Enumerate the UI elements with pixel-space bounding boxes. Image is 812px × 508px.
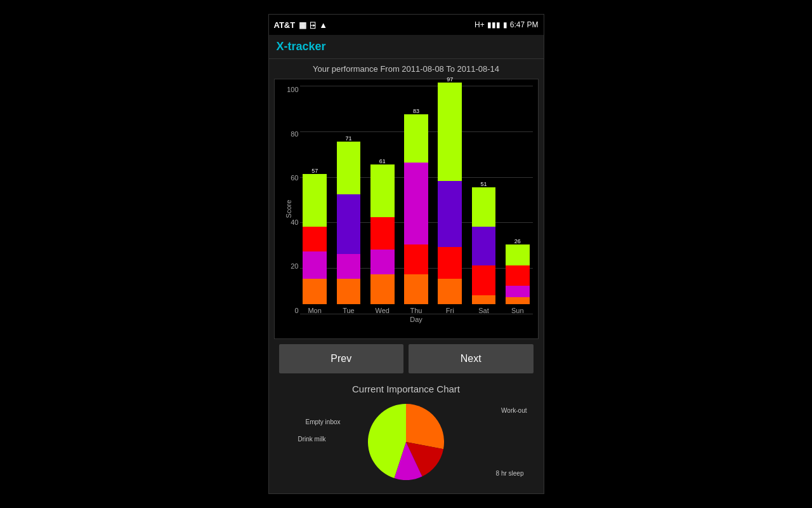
bar-segment bbox=[370, 164, 395, 217]
day-label-mon: Mon bbox=[308, 307, 321, 314]
bar-total-label: 71 bbox=[334, 135, 363, 142]
app-title: X-tracker bbox=[277, 40, 326, 53]
bar-segment bbox=[337, 194, 361, 254]
bar-segment bbox=[506, 297, 530, 304]
android-icon: ▲ bbox=[319, 20, 327, 30]
bar-total-label: 61 bbox=[367, 158, 397, 164]
day-label-thu: Thu bbox=[410, 307, 422, 314]
label-8hrsleep: 8 hr sleep bbox=[496, 470, 524, 477]
bar-segment bbox=[404, 114, 428, 163]
bar-total-label: 83 bbox=[401, 108, 431, 114]
status-bar: AT&T ▦ ⍈ ▲ H+ ▮▮▮ ▮ 6:47 PM bbox=[269, 15, 544, 35]
day-label-fri: Fri bbox=[446, 307, 454, 314]
bar-segment bbox=[337, 279, 361, 304]
x-axis-label: Day bbox=[300, 316, 533, 323]
content-area: Your performance From 2011-08-08 To 2011… bbox=[269, 59, 544, 493]
day-label-sun: Sun bbox=[511, 307, 524, 314]
bar-group-fri: 97Fri bbox=[435, 76, 465, 314]
bar-group-mon: 57Mon bbox=[300, 76, 330, 314]
carrier-label: AT&T bbox=[274, 20, 296, 30]
network-label: H+ bbox=[475, 20, 485, 29]
bar-segment bbox=[438, 83, 462, 181]
pie-section: Current Importance Chart Work-out Empty … bbox=[274, 378, 539, 488]
bar-segment bbox=[438, 247, 462, 279]
bar-segment bbox=[303, 227, 327, 252]
bar-segment bbox=[303, 174, 327, 227]
day-label-tue: Tue bbox=[343, 307, 355, 314]
bar-segment bbox=[472, 187, 496, 226]
buttons-row: Prev Next bbox=[274, 339, 539, 378]
battery-icon: ▮ bbox=[503, 20, 508, 29]
bar-segment bbox=[404, 244, 428, 274]
bar-group-tue: 71Tue bbox=[334, 76, 363, 314]
label-emptyinbox: Empty inbox bbox=[306, 418, 341, 425]
bar-segment bbox=[438, 181, 462, 247]
bar-segment bbox=[472, 265, 496, 295]
pie-title: Current Importance Chart bbox=[279, 384, 534, 394]
sim-icon: ▦ bbox=[299, 20, 306, 30]
bar-segment bbox=[506, 286, 530, 297]
app-header: X-tracker bbox=[269, 35, 544, 59]
y-labels: 100 80 60 40 20 0 bbox=[280, 86, 299, 314]
bar-segment bbox=[370, 217, 395, 249]
pie-area: Work-out Empty inbox Drink milk 8 hr sle… bbox=[279, 401, 534, 483]
signal-bars: ▮▮▮ bbox=[487, 20, 501, 29]
performance-title: Your performance From 2011-08-08 To 2011… bbox=[274, 64, 539, 74]
bar-segment bbox=[303, 251, 327, 279]
bar-segment bbox=[472, 295, 496, 304]
status-left: AT&T ▦ ⍈ ▲ bbox=[274, 20, 328, 30]
bar-total-label: 57 bbox=[300, 168, 330, 174]
bar-segment bbox=[506, 265, 530, 286]
bar-segment bbox=[472, 227, 496, 265]
bar-group-sun: 26Sun bbox=[502, 76, 532, 314]
label-workout: Work-out bbox=[501, 407, 527, 414]
next-button[interactable]: Next bbox=[409, 344, 534, 373]
bar-total-label: 26 bbox=[502, 238, 532, 244]
bar-group-sat: 51Sat bbox=[469, 76, 499, 314]
bar-group-thu: 83Thu bbox=[401, 76, 431, 314]
bar-segment bbox=[404, 274, 428, 304]
prev-button[interactable]: Prev bbox=[279, 344, 404, 373]
pie-labels: Work-out Empty inbox Drink milk 8 hr sle… bbox=[279, 401, 534, 483]
day-label-wed: Wed bbox=[375, 307, 389, 314]
bar-total-label: 97 bbox=[435, 76, 465, 83]
label-drinkmilk: Drink milk bbox=[298, 436, 326, 443]
bar-segment bbox=[337, 142, 361, 194]
bar-chart: Score 100 80 60 40 20 0 bbox=[274, 79, 539, 339]
time-label: 6:47 PM bbox=[510, 20, 539, 29]
bar-segment bbox=[404, 163, 428, 245]
day-label-sat: Sat bbox=[478, 307, 489, 314]
status-right: H+ ▮▮▮ ▮ 6:47 PM bbox=[475, 20, 538, 29]
bar-segment bbox=[506, 244, 530, 265]
bar-total-label: 51 bbox=[469, 181, 499, 187]
bar-segment bbox=[438, 279, 462, 304]
bar-segment bbox=[370, 250, 395, 275]
bar-segment bbox=[337, 254, 361, 279]
chart-area: 100 80 60 40 20 0 57Mon71Tue61Wed83Thu97… bbox=[300, 86, 533, 314]
usb-icon: ⍈ bbox=[310, 20, 315, 30]
phone-container: AT&T ▦ ⍈ ▲ H+ ▮▮▮ ▮ 6:47 PM X-tracker Yo… bbox=[268, 14, 544, 494]
bar-segment bbox=[303, 279, 327, 304]
bar-group-wed: 61Wed bbox=[367, 76, 397, 314]
bar-segment bbox=[370, 274, 395, 304]
